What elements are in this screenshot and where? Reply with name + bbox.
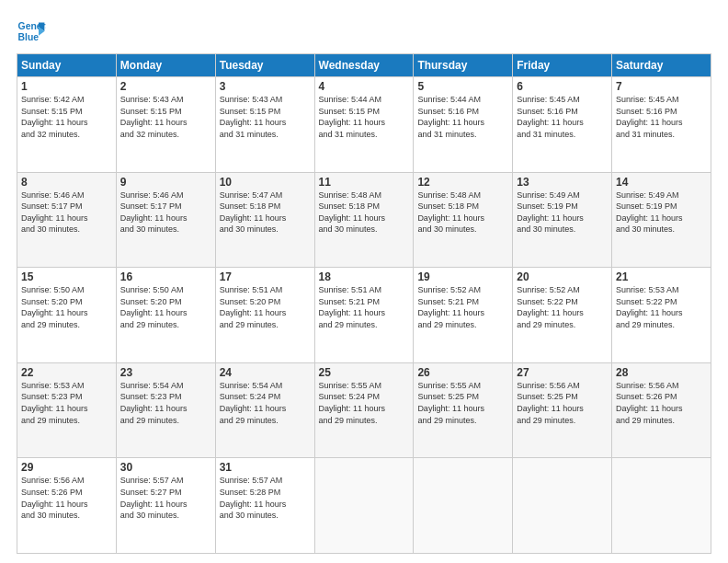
day-number: 1: [21, 80, 112, 93]
day-number: 31: [220, 461, 311, 474]
calendar-cell: 22Sunrise: 5:53 AM Sunset: 5:23 PM Dayli…: [17, 362, 117, 458]
day-number: 28: [616, 366, 707, 379]
calendar-cell: 17Sunrise: 5:51 AM Sunset: 5:20 PM Dayli…: [215, 268, 314, 363]
day-info: Sunrise: 5:52 AM Sunset: 5:21 PM Dayligh…: [417, 284, 508, 330]
day-info: Sunrise: 5:53 AM Sunset: 5:23 PM Dayligh…: [21, 380, 112, 426]
calendar-cell: 14Sunrise: 5:49 AM Sunset: 5:19 PM Dayli…: [612, 172, 711, 268]
calendar-cell: 19Sunrise: 5:52 AM Sunset: 5:21 PM Dayli…: [414, 268, 513, 363]
day-info: Sunrise: 5:46 AM Sunset: 5:17 PM Dayligh…: [120, 190, 211, 236]
day-info: Sunrise: 5:45 AM Sunset: 5:16 PM Dayligh…: [517, 94, 608, 140]
day-number: 14: [616, 176, 707, 189]
day-number: 30: [120, 461, 211, 474]
calendar-cell: 10Sunrise: 5:47 AM Sunset: 5:18 PM Dayli…: [215, 172, 314, 268]
day-info: Sunrise: 5:51 AM Sunset: 5:21 PM Dayligh…: [319, 284, 410, 330]
calendar-cell: 21Sunrise: 5:53 AM Sunset: 5:22 PM Dayli…: [612, 268, 711, 363]
calendar-cell: 15Sunrise: 5:50 AM Sunset: 5:20 PM Dayli…: [17, 268, 117, 363]
calendar-cell: 11Sunrise: 5:48 AM Sunset: 5:18 PM Dayli…: [314, 172, 414, 268]
calendar-week-2: 8Sunrise: 5:46 AM Sunset: 5:17 PM Daylig…: [17, 172, 711, 268]
day-header-monday: Monday: [116, 54, 215, 77]
day-number: 21: [616, 270, 707, 283]
calendar-cell: 16Sunrise: 5:50 AM Sunset: 5:20 PM Dayli…: [116, 268, 215, 363]
day-number: 25: [319, 366, 410, 379]
calendar-cell: 7Sunrise: 5:45 AM Sunset: 5:16 PM Daylig…: [612, 77, 711, 173]
day-number: 15: [21, 270, 112, 283]
logo-icon: General Blue: [17, 17, 46, 46]
calendar-cell: 25Sunrise: 5:55 AM Sunset: 5:24 PM Dayli…: [314, 362, 414, 458]
day-header-tuesday: Tuesday: [215, 54, 314, 77]
day-number: 23: [120, 366, 211, 379]
day-number: 10: [220, 176, 311, 189]
calendar-cell: 8Sunrise: 5:46 AM Sunset: 5:17 PM Daylig…: [17, 172, 117, 268]
day-number: 24: [220, 366, 311, 379]
day-info: Sunrise: 5:50 AM Sunset: 5:20 PM Dayligh…: [21, 284, 112, 330]
day-number: 20: [517, 270, 608, 283]
logo: General Blue: [17, 17, 46, 46]
calendar-week-3: 15Sunrise: 5:50 AM Sunset: 5:20 PM Dayli…: [17, 268, 711, 363]
day-number: 16: [120, 270, 211, 283]
day-info: Sunrise: 5:45 AM Sunset: 5:16 PM Dayligh…: [616, 94, 707, 140]
calendar-cell: 28Sunrise: 5:56 AM Sunset: 5:26 PM Dayli…: [612, 362, 711, 458]
day-number: 11: [319, 176, 410, 189]
day-number: 29: [21, 461, 112, 474]
day-info: Sunrise: 5:47 AM Sunset: 5:18 PM Dayligh…: [220, 190, 311, 236]
calendar-cell: 30Sunrise: 5:57 AM Sunset: 5:27 PM Dayli…: [116, 458, 215, 554]
calendar-cell: 20Sunrise: 5:52 AM Sunset: 5:22 PM Dayli…: [513, 268, 612, 363]
day-info: Sunrise: 5:57 AM Sunset: 5:28 PM Dayligh…: [220, 475, 311, 521]
calendar-cell: [513, 458, 612, 554]
calendar-week-4: 22Sunrise: 5:53 AM Sunset: 5:23 PM Dayli…: [17, 362, 711, 458]
day-number: 4: [319, 80, 410, 93]
calendar-cell: 1Sunrise: 5:42 AM Sunset: 5:15 PM Daylig…: [17, 77, 117, 173]
day-number: 6: [517, 80, 608, 93]
calendar-cell: [314, 458, 414, 554]
day-number: 22: [21, 366, 112, 379]
calendar-cell: 5Sunrise: 5:44 AM Sunset: 5:16 PM Daylig…: [414, 77, 513, 173]
day-number: 17: [220, 270, 311, 283]
calendar-header-row: SundayMondayTuesdayWednesdayThursdayFrid…: [17, 54, 711, 77]
day-number: 2: [120, 80, 211, 93]
day-header-friday: Friday: [513, 54, 612, 77]
day-number: 27: [517, 366, 608, 379]
calendar-cell: 29Sunrise: 5:56 AM Sunset: 5:26 PM Dayli…: [17, 458, 117, 554]
calendar-cell: 24Sunrise: 5:54 AM Sunset: 5:24 PM Dayli…: [215, 362, 314, 458]
day-info: Sunrise: 5:55 AM Sunset: 5:25 PM Dayligh…: [417, 380, 508, 426]
calendar-table: SundayMondayTuesdayWednesdayThursdayFrid…: [17, 53, 711, 554]
day-info: Sunrise: 5:44 AM Sunset: 5:16 PM Dayligh…: [417, 94, 508, 140]
day-number: 7: [616, 80, 707, 93]
calendar-week-5: 29Sunrise: 5:56 AM Sunset: 5:26 PM Dayli…: [17, 458, 711, 554]
header: General Blue: [17, 17, 711, 46]
day-info: Sunrise: 5:54 AM Sunset: 5:23 PM Dayligh…: [120, 380, 211, 426]
day-number: 19: [417, 270, 508, 283]
day-info: Sunrise: 5:54 AM Sunset: 5:24 PM Dayligh…: [220, 380, 311, 426]
calendar-cell: 4Sunrise: 5:44 AM Sunset: 5:15 PM Daylig…: [314, 77, 414, 173]
page: General Blue SundayMondayTuesdayWednesda…: [0, 0, 728, 563]
day-info: Sunrise: 5:46 AM Sunset: 5:17 PM Dayligh…: [21, 190, 112, 236]
day-info: Sunrise: 5:49 AM Sunset: 5:19 PM Dayligh…: [517, 190, 608, 236]
calendar-cell: [612, 458, 711, 554]
day-info: Sunrise: 5:43 AM Sunset: 5:15 PM Dayligh…: [120, 94, 211, 140]
day-number: 26: [417, 366, 508, 379]
day-number: 18: [319, 270, 410, 283]
day-number: 5: [417, 80, 508, 93]
day-info: Sunrise: 5:56 AM Sunset: 5:26 PM Dayligh…: [616, 380, 707, 426]
day-header-saturday: Saturday: [612, 54, 711, 77]
day-info: Sunrise: 5:44 AM Sunset: 5:15 PM Dayligh…: [319, 94, 410, 140]
day-number: 13: [517, 176, 608, 189]
day-number: 12: [417, 176, 508, 189]
day-info: Sunrise: 5:56 AM Sunset: 5:25 PM Dayligh…: [517, 380, 608, 426]
day-info: Sunrise: 5:49 AM Sunset: 5:19 PM Dayligh…: [616, 190, 707, 236]
day-number: 8: [21, 176, 112, 189]
day-number: 3: [220, 80, 311, 93]
calendar-cell: 18Sunrise: 5:51 AM Sunset: 5:21 PM Dayli…: [314, 268, 414, 363]
day-info: Sunrise: 5:43 AM Sunset: 5:15 PM Dayligh…: [220, 94, 311, 140]
day-info: Sunrise: 5:53 AM Sunset: 5:22 PM Dayligh…: [616, 284, 707, 330]
calendar-cell: [414, 458, 513, 554]
day-info: Sunrise: 5:50 AM Sunset: 5:20 PM Dayligh…: [120, 284, 211, 330]
day-info: Sunrise: 5:42 AM Sunset: 5:15 PM Dayligh…: [21, 94, 112, 140]
calendar-cell: 23Sunrise: 5:54 AM Sunset: 5:23 PM Dayli…: [116, 362, 215, 458]
day-info: Sunrise: 5:56 AM Sunset: 5:26 PM Dayligh…: [21, 475, 112, 521]
day-header-wednesday: Wednesday: [314, 54, 414, 77]
day-info: Sunrise: 5:48 AM Sunset: 5:18 PM Dayligh…: [319, 190, 410, 236]
calendar-cell: 2Sunrise: 5:43 AM Sunset: 5:15 PM Daylig…: [116, 77, 215, 173]
day-info: Sunrise: 5:51 AM Sunset: 5:20 PM Dayligh…: [220, 284, 311, 330]
calendar-cell: 6Sunrise: 5:45 AM Sunset: 5:16 PM Daylig…: [513, 77, 612, 173]
